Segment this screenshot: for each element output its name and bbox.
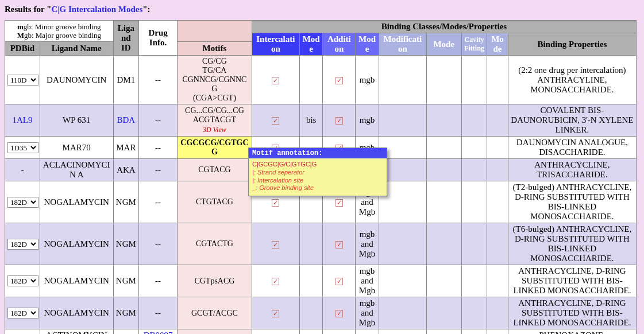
drug-info-cell: -- — [139, 181, 178, 223]
modification-mode-cell — [426, 223, 461, 265]
check-icon: ✓ — [336, 199, 343, 207]
addition-cell: ✓ — [323, 223, 356, 265]
tooltip-body: C|GCGC|G/C|GTGC|G |: Strand seperator |:… — [249, 158, 387, 196]
modification-cell — [379, 56, 426, 104]
addition-cell: ✓ — [323, 104, 356, 137]
intercalation-cell: ✓ — [252, 104, 299, 137]
col-mode1: Mode — [299, 33, 323, 56]
drug-info-cell: DB00970 — [139, 329, 178, 335]
props-cell: ANTHRACYCLINE, TRISACCHARIDE. — [508, 159, 636, 181]
props-cell: DAUNOMYCIN ANALOGUE, DISACCHARIDE. — [508, 137, 636, 159]
drug-info-cell: -- — [139, 297, 178, 329]
motif-cell[interactable]: CGTACTG — [178, 223, 252, 265]
pdbid-cell: 1AL9 — [5, 104, 40, 137]
pdbid-select[interactable]: 1D35 — [7, 142, 38, 153]
pdbid-link[interactable]: 1AL9 — [12, 115, 32, 125]
modification-mode-cell — [426, 181, 461, 223]
ligand-name-cell: NOGALAMYCIN — [40, 223, 113, 265]
pdbid-select[interactable]: 182D — [7, 239, 38, 250]
ligand-id-cell: NGM — [113, 181, 139, 223]
motif-cell[interactable]: CG/CGTG/CACGNNCG/CGNNCG(CGA>CGT) — [178, 56, 252, 104]
ligand-id-cell: NGM — [113, 297, 139, 329]
drug-info-cell: -- — [139, 104, 178, 137]
motif-tooltip: Motif annotation: C|GCGC|G/C|GTGC|G |: S… — [248, 147, 387, 196]
addition-mode-cell: mgb — [356, 104, 379, 137]
intercalation-mode-cell — [299, 265, 323, 297]
pdbid-cell: 110D — [5, 56, 40, 104]
motif-cell[interactable]: CTGTACG — [178, 181, 252, 223]
motif-cell[interactable]: CGCGCG/CGTGCG — [178, 137, 252, 159]
pdbid-select[interactable]: 110D — [7, 75, 38, 86]
ligand-name-cell: NOGALAMYCIN — [40, 181, 113, 223]
intercalation-mode-cell: bis — [299, 104, 323, 137]
props-cell: ANTHRACYCLINE, D-RING SUBSTITUTED WITH B… — [508, 297, 636, 329]
props-cell: (T6-bulged) ANTHRACYCLINE, D-RING SUBSTI… — [508, 223, 636, 265]
col-modification: Modification — [379, 33, 426, 56]
addition-cell — [323, 329, 356, 335]
motif-cell[interactable]: GCGT/ACGC — [178, 297, 252, 329]
check-icon: ✓ — [336, 117, 343, 125]
cavity-mode-cell — [487, 137, 508, 159]
pdbid-cell: 182D — [5, 181, 40, 223]
col-blank-spacer — [178, 21, 252, 42]
motif-cell[interactable]: ATCGAT/ATCGAT — [178, 329, 252, 335]
cavity-cell — [461, 223, 487, 265]
motif-cell[interactable]: CGTACG — [178, 159, 252, 181]
addition-mode-cell — [356, 329, 379, 335]
results-label: Results for " — [5, 5, 51, 14]
modification-cell — [379, 297, 426, 329]
pdbid-cell: 182D — [5, 265, 40, 297]
tooltip-title: Motif annotation: — [249, 148, 387, 158]
cavity-cell — [461, 265, 487, 297]
pdbid-select[interactable]: 182D — [7, 275, 38, 286]
pdbid-select[interactable]: 182D — [7, 308, 38, 319]
table-row: 182DNOGALAMYCINNGM--CGTpsACG✓✓mgbandMgbA… — [5, 265, 637, 297]
cavity-cell — [461, 137, 487, 159]
cavity-cell — [461, 329, 487, 335]
col-mode2: Mode — [356, 33, 379, 56]
intercalation-mode-cell — [299, 297, 323, 329]
drug-info-link[interactable]: DB00970 — [144, 331, 173, 334]
check-icon: ✓ — [336, 77, 343, 84]
check-icon: ✓ — [336, 310, 343, 317]
modification-mode-cell — [426, 56, 461, 104]
check-icon: ✓ — [272, 278, 279, 285]
ligand-id-link[interactable]: BDA — [117, 115, 135, 125]
pdbid-cell: 173D — [5, 329, 40, 335]
drug-info-cell: -- — [139, 56, 178, 104]
col-cavity: Cavity Fitting — [461, 33, 487, 56]
col-intercalation: Intercalation — [252, 33, 299, 56]
col-mode3: Mode — [426, 33, 461, 56]
modification-mode-cell — [426, 104, 461, 137]
view3d-link[interactable]: 3D View — [180, 126, 249, 134]
pdbid-select[interactable]: 182D — [7, 197, 38, 208]
check-icon: ✓ — [272, 117, 279, 125]
intercalation-cell: ✓ — [252, 329, 299, 335]
ligand-id-cell: DM1 — [113, 56, 139, 104]
cavity-cell — [461, 297, 487, 329]
table-row: 173DACTINOMYCIN DRXZDB00970ATCGAT/ATCGAT… — [5, 329, 637, 335]
table-row: 182DNOGALAMYCINNGM--CGTACTG✓✓mgbandMgb(T… — [5, 223, 637, 265]
cavity-mode-cell — [487, 181, 508, 223]
props-cell: COVALENT BIS-DAUNORUBICIN, 3'-N XYLENE L… — [508, 104, 636, 137]
motif-cell[interactable]: CG...CG/CG...CGACGTACGT3D View — [178, 104, 252, 137]
table-row: 110DDAUNOMYCINDM1--CG/CGTG/CACGNNCG/CGNN… — [5, 56, 637, 104]
col-drug-info: Drug Info. — [139, 21, 178, 56]
col-motifs: Motifs — [178, 42, 252, 56]
modification-mode-cell — [426, 265, 461, 297]
intercalation-cell: ✓ — [252, 56, 299, 104]
table-row: 1AL9WP 631BDA--CG...CG/CG...CGACGTACGT3D… — [5, 104, 637, 137]
check-icon: ✓ — [336, 241, 343, 248]
col-pdbid: PDBid — [5, 42, 40, 56]
results-query: C|G Intercalation Modes — [51, 5, 142, 14]
check-icon: ✓ — [272, 241, 279, 248]
results-suffix: ": — [142, 5, 150, 14]
intercalation-mode-cell — [299, 329, 323, 335]
motif-cell[interactable]: CGTpsACG — [178, 265, 252, 297]
ligand-name-cell: DAUNOMYCIN — [40, 56, 113, 104]
legend: mgb: Minor groove binding Mgb: Major gro… — [5, 21, 114, 42]
modification-mode-cell — [426, 297, 461, 329]
cavity-mode-cell — [487, 297, 508, 329]
check-icon: ✓ — [272, 77, 279, 84]
modification-cell — [379, 265, 426, 297]
